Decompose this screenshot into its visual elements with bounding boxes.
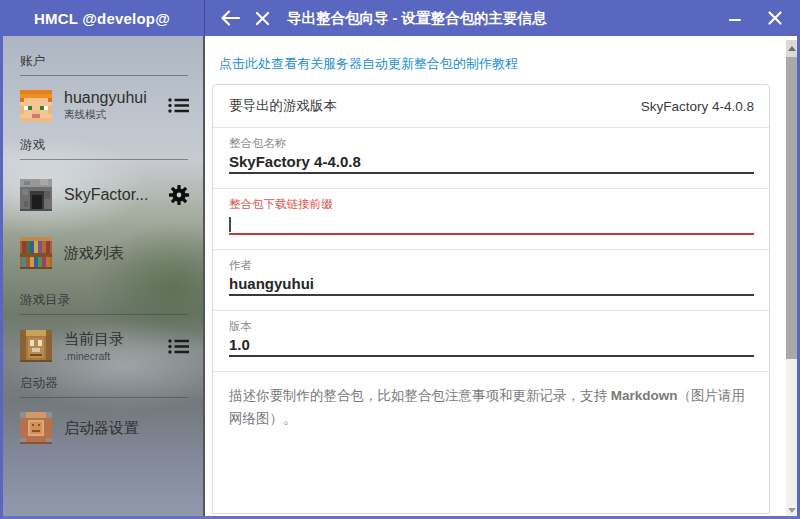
- wizard-content: 点击此处查看有关服务器自动更新整合包的制作教程 要导出的游戏版本 SkyFact…: [205, 36, 797, 516]
- modpack-name-underline: [229, 172, 754, 174]
- current-directory-path: .minecraft: [64, 350, 168, 362]
- minimize-icon: [728, 11, 742, 25]
- version-field[interactable]: 版本 1.0: [213, 311, 769, 372]
- list-icon: [168, 338, 190, 355]
- launcher-settings-info: 启动器设置: [64, 419, 190, 438]
- tutorial-link[interactable]: 点击此处查看有关服务器自动更新整合包的制作教程: [219, 55, 518, 73]
- modpack-name-input[interactable]: SkyFactory 4-4.0.8: [229, 152, 754, 171]
- account-info: huangyuhui 离线模式: [64, 89, 168, 122]
- author-input[interactable]: huangyuhui: [229, 274, 754, 293]
- hmcl-window: HMCL @develop@ 导出整合包向导 - 设置整合包的主要信息: [0, 0, 800, 519]
- scroll-up-button[interactable]: [786, 40, 797, 57]
- close-icon: [767, 10, 783, 26]
- launcher-settings-label: 启动器设置: [64, 419, 190, 438]
- sidebar-header-account: 账户: [20, 36, 188, 76]
- account-list-button[interactable]: [168, 97, 190, 114]
- description-placeholder-keyword: Markdown: [611, 388, 678, 403]
- version-underline: [229, 355, 754, 357]
- scrollbar[interactable]: [786, 40, 797, 516]
- sidebar-header-directory: 游戏目录: [20, 292, 188, 315]
- back-button[interactable]: [217, 5, 243, 31]
- bookshelf-block-icon: [20, 237, 52, 269]
- modpack-name-field[interactable]: 整合包名称 SkyFactory 4-4.0.8: [213, 128, 769, 189]
- close-icon: [255, 11, 270, 26]
- triangle-up-icon: [788, 46, 796, 51]
- title-bar: HMCL @develop@ 导出整合包向导 - 设置整合包的主要信息: [0, 0, 800, 36]
- sidebar-header-launcher: 启动器: [20, 375, 188, 398]
- modpack-form-card: 要导出的游戏版本 SkyFactory 4-4.0.8 整合包名称 SkyFac…: [212, 84, 770, 514]
- current-directory-label: 当前目录: [64, 330, 168, 349]
- version-settings-button[interactable]: [168, 184, 190, 206]
- url-prefix-input[interactable]: [229, 213, 754, 232]
- description-field[interactable]: 描述你要制作的整合包，比如整合包注意事项和更新记录，支持 Markdown（图片…: [213, 372, 769, 513]
- version-label: 版本: [229, 319, 754, 333]
- modpack-name-label: 整合包名称: [229, 136, 754, 150]
- url-prefix-field[interactable]: 整合包下载链接前缀: [213, 189, 769, 250]
- current-directory-info: 当前目录 .minecraft: [64, 330, 168, 362]
- game-version-row: 要导出的游戏版本 SkyFactory 4-4.0.8: [213, 85, 769, 128]
- window-close-button[interactable]: [762, 5, 788, 31]
- furnace-block-icon: [20, 179, 52, 211]
- current-version-name: SkyFactor...: [64, 186, 168, 204]
- text-cursor: [229, 217, 231, 232]
- back-arrow-icon: [220, 9, 240, 27]
- game-version-label: 要导出的游戏版本: [229, 97, 337, 115]
- sidebar-item-current-version[interactable]: SkyFactor...: [20, 179, 190, 211]
- directory-list-button[interactable]: [168, 338, 190, 355]
- wizard-close-button[interactable]: [249, 5, 275, 31]
- sidebar-item-account[interactable]: huangyuhui 离线模式: [20, 89, 190, 122]
- game-list-info: 游戏列表: [64, 244, 190, 263]
- url-prefix-underline: [229, 233, 754, 235]
- account-name: huangyuhui: [64, 89, 168, 107]
- version-input[interactable]: 1.0: [229, 335, 754, 354]
- gear-icon: [168, 184, 190, 206]
- scrollbar-thumb[interactable]: [786, 57, 797, 359]
- description-placeholder-prefix: 描述你要制作的整合包，比如整合包注意事项和更新记录，支持: [229, 388, 611, 403]
- account-mode: 离线模式: [64, 108, 168, 122]
- url-prefix-label: 整合包下载链接前缀: [229, 197, 754, 211]
- avatar: [20, 90, 52, 122]
- titlebar-divider: [204, 0, 205, 36]
- window-minimize-button[interactable]: [722, 5, 748, 31]
- game-list-label: 游戏列表: [64, 244, 190, 263]
- author-underline: [229, 294, 754, 296]
- sidebar-item-game-list[interactable]: 游戏列表: [20, 237, 190, 269]
- game-version-value: SkyFactory 4-4.0.8: [641, 99, 754, 114]
- sidebar-header-game: 游戏: [20, 137, 188, 160]
- app-title: HMCL @develop@: [0, 0, 204, 36]
- wizard-title: 导出整合包向导 - 设置整合包的主要信息: [287, 9, 546, 28]
- chest-block-icon: [20, 330, 52, 362]
- sidebar-item-launcher-settings[interactable]: 启动器设置: [20, 412, 190, 444]
- command-block-icon: [20, 412, 52, 444]
- description-placeholder: 描述你要制作的整合包，比如整合包注意事项和更新记录，支持 Markdown（图片…: [229, 385, 753, 431]
- author-field[interactable]: 作者 huangyuhui: [213, 250, 769, 311]
- list-icon: [168, 97, 190, 114]
- sidebar: 账户: [3, 36, 203, 516]
- sidebar-item-current-directory[interactable]: 当前目录 .minecraft: [20, 330, 190, 362]
- triangle-down-icon: [788, 508, 796, 513]
- main-area: 账户: [3, 36, 797, 516]
- author-label: 作者: [229, 258, 754, 272]
- scroll-down-button[interactable]: [786, 508, 797, 513]
- current-version-info: SkyFactor...: [64, 186, 168, 204]
